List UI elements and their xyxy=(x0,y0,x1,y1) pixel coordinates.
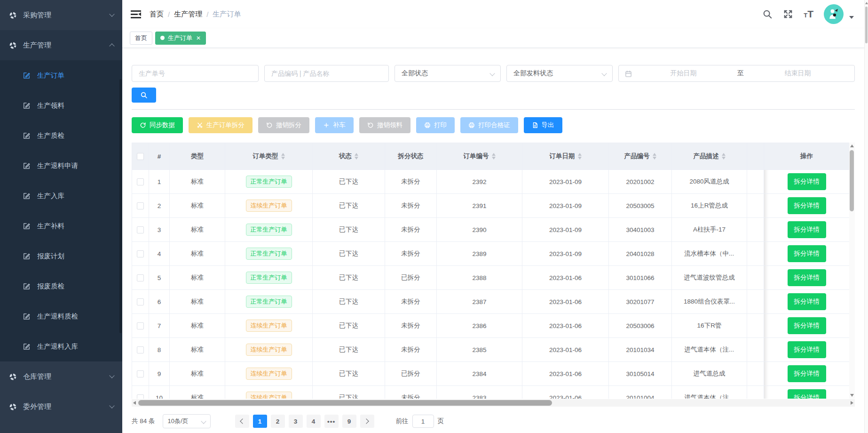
status-select[interactable]: 全部状态 xyxy=(395,65,501,82)
打印-button[interactable]: 打印 xyxy=(416,117,455,133)
tab-生产订单[interactable]: 生产订单 xyxy=(155,32,206,45)
sidebar-item-生产管理[interactable]: 生产管理 xyxy=(0,30,122,60)
window-scrollbar-thumb[interactable] xyxy=(865,7,868,43)
orders-table: #类型订单类型状态拆分状态订单编号订单日期产品编号产品描述操作 1标准正常生产订… xyxy=(132,143,849,399)
row-checkbox[interactable] xyxy=(137,370,144,377)
split-detail-button[interactable]: 拆分详情 xyxy=(788,389,826,399)
split-detail-button[interactable]: 拆分详情 xyxy=(788,317,826,334)
撤销拆分-button[interactable]: 撤销拆分 xyxy=(258,117,309,133)
split-detail-button[interactable]: 拆分详情 xyxy=(788,197,826,214)
split-detail-button[interactable]: 拆分详情 xyxy=(788,365,826,382)
window-scrollbar[interactable] xyxy=(864,0,868,433)
scroll-up-arrow-icon[interactable] xyxy=(850,144,854,147)
previous-page-button[interactable] xyxy=(235,415,249,428)
row-index: 10 xyxy=(149,386,170,399)
search-icon[interactable] xyxy=(762,9,773,19)
sidebar-item-生产入库[interactable]: 生产入库 xyxy=(0,181,122,211)
sidebar-item-生产补料[interactable]: 生产补料 xyxy=(0,211,122,241)
production-no-input[interactable] xyxy=(132,65,259,82)
split-detail-button[interactable]: 拆分详情 xyxy=(788,341,826,358)
page-button-1[interactable]: 1 xyxy=(253,415,267,428)
打印合格证-button[interactable]: 打印合格证 xyxy=(460,117,518,133)
sidebar-scrollbar[interactable] xyxy=(119,79,122,333)
导出-button[interactable]: 导出 xyxy=(524,117,562,133)
row-checkbox[interactable] xyxy=(137,226,144,233)
chevron-left-icon xyxy=(240,418,245,424)
sidebar-item-委外管理[interactable]: 委外管理 xyxy=(0,392,122,422)
date-range-picker[interactable]: 开始日期 至 结束日期 xyxy=(618,65,855,82)
row-checkbox[interactable] xyxy=(137,346,144,353)
sort-caret-icon[interactable] xyxy=(722,153,726,160)
edit-icon xyxy=(23,132,31,140)
sidebar-item-报废质检[interactable]: 报废质检 xyxy=(0,271,122,301)
split-detail-button[interactable]: 拆分详情 xyxy=(788,245,826,262)
split-detail-button[interactable]: 拆分详情 xyxy=(788,173,826,190)
sort-caret-icon[interactable] xyxy=(492,153,496,160)
row-checkbox[interactable] xyxy=(137,322,144,329)
font-size-icon[interactable] xyxy=(804,8,813,20)
sidebar-item-生产领料[interactable]: 生产领料 xyxy=(0,90,122,120)
sidebar-item-仓库管理[interactable]: 仓库管理 xyxy=(0,361,122,392)
sidebar-item-生产退料申请[interactable]: 生产退料申请 xyxy=(0,151,122,181)
fullscreen-icon[interactable] xyxy=(783,9,793,19)
sort-caret-icon[interactable] xyxy=(355,153,358,160)
scroll-right-arrow-icon[interactable] xyxy=(851,401,853,405)
order-type-tag: 正常生产订单 xyxy=(246,176,292,188)
table-row: 3标准正常生产订单已下达未拆分23902023-01-0930401003A柱扶… xyxy=(132,218,850,242)
page-button-4[interactable]: 4 xyxy=(307,415,321,428)
breadcrumb-production[interactable]: 生产管理 xyxy=(174,10,202,19)
row-checkbox[interactable] xyxy=(137,250,144,257)
page-more-button[interactable]: ••• xyxy=(324,415,339,428)
goto-page-input[interactable] xyxy=(412,415,434,428)
split-detail-button[interactable]: 拆分详情 xyxy=(788,293,826,310)
breadcrumb-separator: / xyxy=(206,10,208,18)
row-checkbox[interactable] xyxy=(137,274,144,281)
user-menu-caret-icon[interactable] xyxy=(849,16,854,19)
sidebar-item-生产退料质检[interactable]: 生产退料质检 xyxy=(0,301,122,331)
撤销领料-button[interactable]: 撤销领料 xyxy=(359,117,410,133)
sidebar-item-生产退料入库[interactable]: 生产退料入库 xyxy=(0,331,122,361)
sidebar-item-生产订单[interactable]: 生产订单 xyxy=(0,60,122,90)
next-page-button[interactable] xyxy=(360,415,374,428)
filler-cell xyxy=(747,314,764,338)
vertical-scrollbar-thumb[interactable] xyxy=(850,150,854,211)
product-search-input[interactable] xyxy=(264,65,389,82)
split-detail-button[interactable]: 拆分详情 xyxy=(788,221,826,238)
row-checkbox[interactable] xyxy=(137,178,144,185)
scroll-down-arrow-icon[interactable] xyxy=(850,394,854,397)
breadcrumb-separator: / xyxy=(168,10,170,18)
生产订单拆分-button[interactable]: 生产订单拆分 xyxy=(189,117,253,133)
page-button-9[interactable]: 9 xyxy=(342,415,356,428)
page-size-select[interactable]: 10条/页 xyxy=(163,414,211,428)
scroll-up-arrow-icon[interactable] xyxy=(865,2,868,4)
row-checkbox[interactable] xyxy=(137,394,144,399)
sidebar-collapse-icon[interactable] xyxy=(131,10,141,18)
tab-首页[interactable]: 首页 xyxy=(130,32,152,45)
horizontal-scrollbar-thumb[interactable] xyxy=(138,400,552,406)
tab-close-icon[interactable] xyxy=(196,35,201,41)
row-checkbox[interactable] xyxy=(137,202,144,209)
avatar[interactable] xyxy=(824,4,844,24)
table-vertical-scrollbar[interactable] xyxy=(849,143,855,399)
row-checkbox[interactable] xyxy=(137,298,144,305)
sort-caret-icon[interactable] xyxy=(281,153,285,160)
scroll-left-arrow-icon[interactable] xyxy=(133,401,136,405)
split-detail-button[interactable]: 拆分详情 xyxy=(788,269,826,286)
补车-button[interactable]: 补车 xyxy=(315,117,354,133)
order-type-cell: 正常生产订单 xyxy=(225,290,313,314)
search-button[interactable] xyxy=(132,88,156,103)
page-button-2[interactable]: 2 xyxy=(271,415,285,428)
row-status: 已下达 xyxy=(313,386,385,399)
sidebar-item-采购管理[interactable]: 采购管理 xyxy=(0,0,122,30)
filler-cell xyxy=(747,362,764,386)
同步数据-button[interactable]: 同步数据 xyxy=(132,117,183,133)
material-status-select[interactable]: 全部发料状态 xyxy=(506,65,613,82)
table-horizontal-scrollbar[interactable] xyxy=(132,399,855,407)
breadcrumb-home[interactable]: 首页 xyxy=(150,10,164,19)
sidebar-item-报废计划[interactable]: 报废计划 xyxy=(0,241,122,271)
page-button-3[interactable]: 3 xyxy=(289,415,303,428)
sort-caret-icon[interactable] xyxy=(578,153,582,160)
sidebar-item-生产质检[interactable]: 生产质检 xyxy=(0,120,122,151)
select-all-checkbox[interactable] xyxy=(137,153,144,160)
sort-caret-icon[interactable] xyxy=(653,153,656,160)
